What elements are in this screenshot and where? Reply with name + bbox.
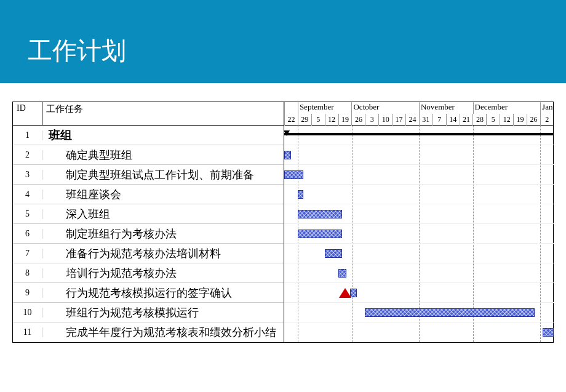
week-label: 7 — [432, 114, 446, 126]
week-label: 14 — [446, 114, 460, 126]
task-id: 7 — [13, 249, 42, 258]
task-name: 班组行为规范考核模拟运行 — [42, 305, 284, 320]
task-bar — [350, 289, 357, 297]
week-label: 22 — [284, 114, 298, 126]
week-label: 19 — [338, 114, 352, 126]
timeline-panel: SeptemberOctoberNovemberDecemberJanu 222… — [284, 102, 554, 342]
month-label — [284, 102, 298, 114]
task-bar — [543, 328, 554, 337]
col-task: 工作任务 — [42, 102, 284, 125]
task-name: 班组 — [42, 127, 284, 143]
task-id: 11 — [13, 327, 42, 337]
gantt-row — [284, 303, 554, 322]
table-row: 9行为规范考核模拟运行的签字确认 — [13, 283, 284, 303]
table-row: 2确定典型班组 — [13, 145, 284, 165]
gantt-chart: ID 工作任务 1班组2确定典型班组3制定典型班组试点工作计划、前期准备4班组座… — [0, 83, 566, 355]
gantt-row — [284, 263, 554, 283]
week-label: 17 — [392, 114, 405, 126]
week-label: 26 — [527, 114, 540, 126]
table-row: 6制定班组行为考核办法 — [13, 224, 284, 244]
gantt-row — [284, 283, 554, 303]
table-row: 4班组座谈会 — [13, 185, 284, 204]
week-label: 5 — [311, 114, 325, 126]
table-row: 8培训行为规范考核办法 — [13, 263, 284, 283]
week-label: 10 — [378, 114, 392, 126]
gantt-row — [284, 204, 554, 224]
table-row: 3制定典型班组试点工作计划、前期准备 — [13, 165, 284, 185]
gantt-row — [284, 185, 554, 204]
month-label: September — [298, 102, 352, 114]
task-id: 5 — [13, 209, 42, 219]
task-bar — [298, 210, 342, 218]
task-id: 10 — [13, 308, 42, 318]
task-id: 9 — [13, 288, 42, 298]
task-name: 培训行为规范考核办法 — [42, 266, 284, 281]
task-id: 3 — [13, 170, 42, 180]
summary-bar — [284, 133, 554, 135]
week-label: 2 — [540, 114, 554, 126]
task-name: 深入班组 — [42, 207, 284, 222]
week-label: 26 — [351, 114, 365, 126]
week-label: 3 — [365, 114, 378, 126]
timeline-header: SeptemberOctoberNovemberDecemberJanu 222… — [284, 102, 554, 126]
week-label: 12 — [325, 114, 338, 126]
task-bar — [284, 151, 291, 159]
task-id: 2 — [13, 150, 42, 160]
month-label: Janu — [540, 102, 554, 114]
month-label: November — [419, 102, 473, 114]
task-bar — [325, 249, 342, 258]
gantt-row — [284, 126, 554, 145]
task-bar — [298, 190, 303, 199]
gantt-row — [284, 244, 554, 263]
gantt-row — [284, 322, 554, 342]
table-row: 1班组 — [13, 126, 284, 145]
task-bar — [298, 230, 342, 238]
task-id: 8 — [13, 268, 42, 278]
week-label: 31 — [419, 114, 432, 126]
week-label: 29 — [298, 114, 311, 126]
page-header: 工作计划 — [0, 0, 566, 83]
task-id: 4 — [13, 190, 42, 199]
gantt-row — [284, 165, 554, 185]
task-name: 制定班组行为考核办法 — [42, 226, 284, 241]
task-bar — [365, 308, 535, 317]
gantt-row — [284, 224, 554, 244]
month-label: October — [351, 102, 419, 114]
week-label: 21 — [460, 114, 473, 126]
week-label: 19 — [513, 114, 527, 126]
task-id: 6 — [13, 229, 42, 239]
table-row: 5深入班组 — [13, 204, 284, 224]
week-label: 24 — [405, 114, 419, 126]
table-row: 10班组行为规范考核模拟运行 — [13, 303, 284, 322]
table-row: 11完成半年度行为规范考核表和绩效分析小结 — [13, 322, 284, 342]
task-table: ID 工作任务 1班组2确定典型班组3制定典型班组试点工作计划、前期准备4班组座… — [13, 102, 284, 342]
page-title: 工作计划 — [28, 34, 538, 68]
task-name: 班组座谈会 — [42, 187, 284, 202]
week-label: 12 — [500, 114, 513, 126]
task-name: 确定典型班组 — [42, 148, 284, 162]
task-name: 行为规范考核模拟运行的签字确认 — [42, 286, 284, 300]
col-id: ID — [13, 102, 42, 125]
task-bar — [338, 269, 346, 278]
task-id: 1 — [13, 130, 42, 140]
month-label: December — [473, 102, 541, 114]
milestone-icon — [339, 288, 351, 298]
table-header: ID 工作任务 — [13, 102, 284, 126]
table-row: 7准备行为规范考核办法培训材料 — [13, 244, 284, 263]
task-name: 完成半年度行为规范考核表和绩效分析小结 — [42, 325, 284, 340]
task-bar — [284, 170, 303, 179]
week-label: 5 — [486, 114, 500, 126]
task-name: 制定典型班组试点工作计划、前期准备 — [42, 167, 284, 182]
task-name: 准备行为规范考核办法培训材料 — [42, 246, 284, 261]
week-label: 28 — [472, 114, 486, 126]
gantt-row — [284, 145, 554, 165]
